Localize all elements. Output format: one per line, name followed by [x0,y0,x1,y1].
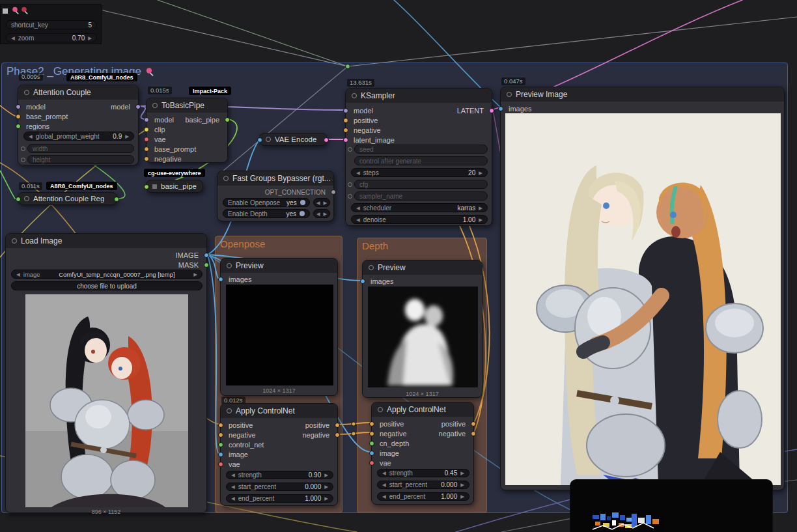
output-slot-basic-pipe[interactable]: basic_pipe [147,115,227,124]
node-basic-pipe-everywhere[interactable]: basic_pipe [146,180,203,193]
collapse-dot-icon[interactable] [152,103,158,108]
increment-icon[interactable]: ▶ [460,470,464,476]
decrement-icon[interactable]: ◀ [382,494,386,499]
input-slot-image[interactable]: image [221,450,337,459]
output-slot-positive[interactable]: positive [221,421,337,430]
pin-icon[interactable] [21,7,29,15]
slot-dot[interactable] [343,128,348,133]
input-slot-latent-image[interactable]: latent_image [346,135,492,145]
collapse-dot-icon[interactable] [24,196,29,201]
input-slot-negative[interactable]: negative [147,154,227,163]
collapse-square-icon[interactable] [152,184,157,189]
increment-icon[interactable]: ▶ [479,217,482,223]
slot-dot[interactable] [218,452,223,457]
node-header[interactable]: KSampler [346,89,492,103]
slot-dot[interactable] [144,127,149,132]
slot-dot[interactable] [218,277,223,282]
collapse-dot-icon[interactable] [266,137,271,142]
input-slot-cn-depth[interactable]: cn_depth [372,439,473,448]
collapse-dot-icon[interactable] [12,238,17,244]
collapsed-input-dot[interactable] [257,137,262,143]
collapse-dot-icon[interactable] [24,90,29,95]
reroute-dot[interactable] [352,422,356,426]
enable-depth-toggle[interactable]: Enable Depth yes [223,209,310,218]
denoise-widget[interactable]: ◀ denoise 1.00 ▶ [351,215,488,224]
cfg-widget[interactable]: cfg [354,180,488,189]
node-header[interactable]: Apply ControlNet [372,402,473,417]
slot-dot[interactable] [498,106,503,111]
increment-icon[interactable]: ▶ [324,496,328,501]
toggle-dot-icon[interactable] [300,211,305,216]
slot-dot[interactable] [360,279,365,284]
choose-file-button[interactable]: choose file to upload [11,281,203,290]
collapse-dot-icon[interactable] [227,263,232,268]
decrement-icon[interactable]: ◀ [356,170,360,176]
node-attention-couple-reg[interactable]: Attention Couple Reg [18,192,117,205]
input-slot-regions[interactable]: regions [18,122,138,131]
node-header[interactable]: Load Image [6,234,206,248]
decrement-icon[interactable]: ◀ [29,133,33,139]
enable-openpose-toggle[interactable]: Enable Openpose yes [223,198,310,207]
node-header[interactable]: Fast Groups Bypasser (rgt... [217,171,333,186]
output-slot-negative[interactable]: negative [221,430,337,440]
image-filename-widget[interactable]: ◀ image ComfyUI_temp_nccqn_00007_.png [t… [11,270,203,279]
node-header[interactable]: Attention Couple [18,85,138,100]
slot-dot[interactable] [204,262,209,268]
collapse-dot-icon[interactable] [352,93,357,98]
slot-dot[interactable] [204,253,209,258]
node-header[interactable]: Preview Image [501,87,784,102]
output-slot-model[interactable]: model [18,102,138,111]
strength-widget[interactable]: ◀ strength 0.90 ▶ [226,471,333,479]
increment-icon[interactable]: ▶ [479,205,482,211]
node-depth-preview[interactable]: Preview images 1024 × 1317 [362,260,482,398]
increment-icon[interactable]: ▶ [460,482,464,488]
slot-dot[interactable] [335,423,340,428]
increment-icon[interactable]: ▶ [324,211,328,217]
slot-dot[interactable] [144,147,149,152]
output-slot-image[interactable]: IMAGE [6,251,206,260]
collapsed-input-dot[interactable] [144,184,149,189]
decrement-icon[interactable]: ◀ [231,496,235,501]
decrement-icon[interactable]: ◀ [231,484,235,490]
end-percent-widget[interactable]: ◀ end_percent 1.000 ▶ [226,494,333,503]
input-slot-clip[interactable]: clip [147,125,227,134]
slot-dot[interactable] [369,451,374,456]
output-slot-mask[interactable]: MASK [6,260,206,270]
slot-dot[interactable] [144,137,149,142]
increment-icon[interactable]: ▶ [125,133,129,139]
control-after-generate-widget[interactable]: control after generate [354,156,488,165]
slot-dot[interactable] [369,460,374,466]
slot-dot[interactable] [343,137,348,143]
increment-icon[interactable]: ▶ [460,494,464,499]
node-header[interactable]: Preview [363,260,482,275]
collapse-dot-icon[interactable] [369,265,374,270]
shortcut-key-widget[interactable]: shortcut_key 5 [6,20,97,29]
decrement-icon[interactable]: ◀ [316,211,320,217]
prev-image-icon[interactable]: ◀ [16,272,20,277]
node-openpose-apply-controlnet[interactable]: Apply ControlNet positive positive negat… [220,403,338,506]
input-slot-base-prompt[interactable]: base_prompt [18,112,138,121]
node-openpose-preview[interactable]: Preview images 1024 × 1317 [220,258,338,396]
node-preview-image[interactable]: Preview Image images [500,87,785,490]
seed-widget[interactable]: seed [354,145,488,154]
slot-dot[interactable] [471,421,476,427]
slot-dot[interactable] [331,189,336,195]
pin-icon[interactable] [12,7,20,15]
slot-dot[interactable] [335,432,340,438]
input-slot-negative[interactable]: negative [346,126,492,135]
input-slot-images[interactable]: images [363,277,482,286]
converted-input-ring[interactable] [21,147,25,151]
input-slot-vae[interactable]: vae [221,460,337,469]
input-slot-base-prompt[interactable]: base_prompt [147,145,227,154]
node-header[interactable]: ToBasicPipe [147,98,227,113]
input-slot-images[interactable]: images [501,104,784,113]
output-slot-opt-connection[interactable]: OPT_CONNECTION [217,188,333,197]
converted-input-ring[interactable] [21,158,25,162]
enable-depth-stepper[interactable]: ◀▶ [313,209,330,218]
node-tobasicpipe[interactable]: ToBasicPipe model basic_pipe clip vae ba… [146,98,228,163]
reroute-dot[interactable] [346,64,350,69]
width-widget[interactable]: width [27,144,134,153]
global-prompt-weight-widget[interactable]: ◀ global_prompt_weight 0.9 ▶ [23,132,134,141]
slot-dot[interactable] [144,156,149,161]
toggle-dot-icon[interactable] [300,200,305,205]
